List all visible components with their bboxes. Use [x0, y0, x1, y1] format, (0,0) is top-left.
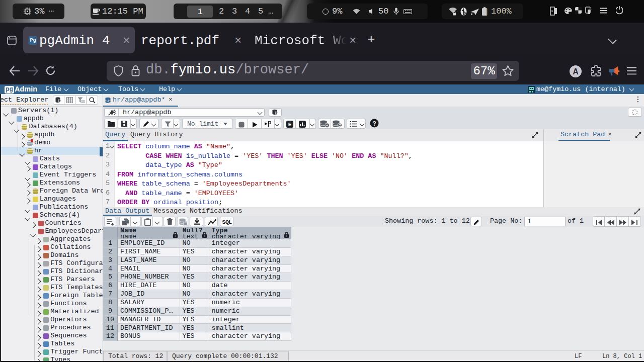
- svg-text:?: ?: [372, 121, 376, 128]
- svg-text:A: A: [573, 67, 579, 76]
- svg-text:E: E: [288, 122, 292, 128]
